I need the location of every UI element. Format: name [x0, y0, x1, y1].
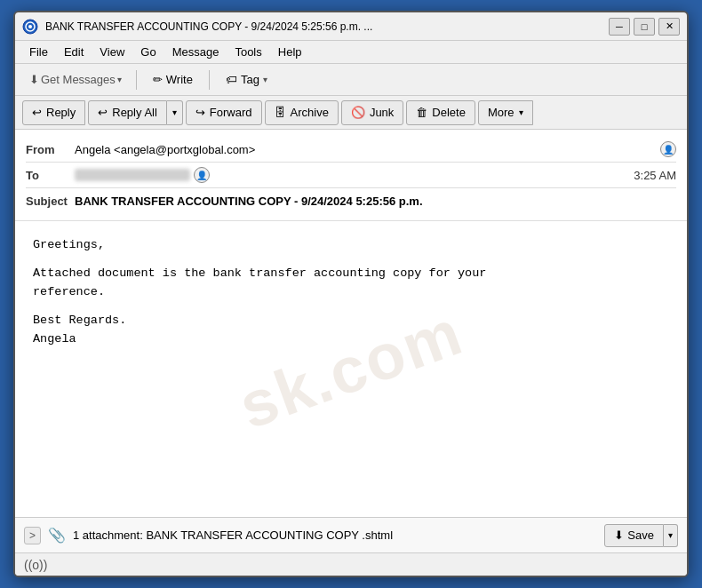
from-avatar: 👤	[660, 141, 676, 157]
to-row: To 👤 3:25 AM	[26, 163, 676, 187]
body-line5: Angela	[33, 332, 76, 346]
reply-icon: ↩	[32, 106, 42, 119]
get-messages-dropdown-icon: ▾	[117, 75, 122, 84]
tag-icon: 🏷	[226, 73, 237, 86]
minimize-button[interactable]: ─	[609, 18, 630, 36]
tag-button[interactable]: 🏷 Tag ▾	[217, 71, 276, 88]
app-icon	[22, 19, 38, 35]
to-label: To	[26, 169, 75, 182]
more-dropdown-icon: ▾	[519, 107, 523, 117]
delete-icon: 🗑	[416, 106, 427, 119]
reply-group: ↩ Reply	[22, 100, 85, 125]
write-button[interactable]: ✏ Write	[144, 71, 202, 88]
toolbar-separator-1	[136, 70, 137, 90]
action-toolbar: ↩ Reply ↩ Reply All ▾ ↪ Forward 🗄 Archiv…	[15, 96, 687, 130]
write-label: Write	[166, 73, 193, 86]
get-messages-icon: ⬇	[29, 73, 39, 86]
email-body: sk.com Greetings, Attached document is t…	[15, 221, 687, 517]
save-button[interactable]: ⬇ Save	[604, 524, 664, 547]
toolbar-separator-2	[209, 70, 210, 90]
menu-tools[interactable]: Tools	[227, 44, 268, 60]
delete-label: Delete	[432, 106, 466, 119]
reply-all-button[interactable]: ↩ Reply All	[88, 100, 167, 125]
write-icon: ✏	[153, 73, 163, 86]
svg-point-2	[28, 25, 32, 28]
forward-button[interactable]: ↪ Forward	[186, 100, 262, 125]
more-group: More ▾	[478, 100, 533, 125]
from-value: Angela <angela@portxglobal.com>	[75, 143, 657, 156]
email-window: BANK TRANSFER ACCOUNTING COPY - 9/24/202…	[13, 11, 689, 577]
from-label: From	[26, 143, 75, 156]
junk-icon: 🚫	[351, 106, 365, 119]
body-line3: reference.	[33, 285, 105, 298]
archive-icon: 🗄	[275, 106, 286, 119]
archive-label: Archive	[291, 106, 329, 119]
junk-label: Junk	[370, 106, 394, 119]
window-title: BANK TRANSFER ACCOUNTING COPY - 9/24/202…	[45, 20, 609, 33]
tag-label: Tag	[241, 73, 259, 86]
attachment-bar: > 📎 1 attachment: BANK TRANSFER ACCOUNTI…	[15, 517, 687, 552]
email-header: From Angela <angela@portxglobal.com> 👤 T…	[15, 130, 687, 221]
archive-button[interactable]: 🗄 Archive	[265, 100, 339, 125]
delete-button[interactable]: 🗑 Delete	[406, 100, 475, 125]
body-line2: Attached document is the bank transfer a…	[33, 266, 486, 280]
attachment-expand-button[interactable]: >	[24, 527, 41, 544]
watermark: sk.com	[225, 282, 477, 457]
menu-view[interactable]: View	[92, 44, 132, 60]
reply-all-group: ↩ Reply All ▾	[88, 100, 183, 125]
to-avatar: 👤	[194, 167, 210, 183]
reply-label: Reply	[46, 106, 76, 119]
forward-label: Forward	[210, 106, 252, 119]
save-group: ⬇ Save ▾	[604, 524, 678, 547]
email-time: 3:25 AM	[634, 169, 676, 182]
status-bar: ((o))	[15, 552, 687, 576]
reply-button[interactable]: ↩ Reply	[22, 100, 85, 125]
maximize-button[interactable]: □	[634, 18, 655, 36]
save-label: Save	[627, 528, 654, 542]
menu-go[interactable]: Go	[133, 44, 163, 60]
subject-row: Subject BANK TRANSFER ACCOUNTING COPY - …	[26, 188, 676, 213]
from-row: From Angela <angela@portxglobal.com> 👤	[26, 137, 676, 162]
attachment-icon: 📎	[48, 527, 66, 544]
tag-dropdown-icon: ▾	[263, 75, 267, 84]
menu-bar: File Edit View Go Message Tools Help	[15, 41, 687, 64]
menu-edit[interactable]: Edit	[57, 44, 91, 60]
window-controls: ─ □ ✕	[609, 18, 680, 36]
get-messages-label: Get Messages	[41, 73, 116, 86]
attachment-count-label: 1 attachment: BANK TRANSFER ACCOUNTING C…	[73, 528, 597, 542]
title-bar: BANK TRANSFER ACCOUNTING COPY - 9/24/202…	[15, 12, 687, 41]
get-messages-button[interactable]: ⬇ Get Messages ▾	[22, 71, 129, 88]
menu-message[interactable]: Message	[165, 44, 227, 60]
reply-all-label: Reply All	[112, 106, 157, 119]
body-content: Attached document is the bank transfer a…	[33, 264, 669, 302]
save-dropdown-button[interactable]: ▾	[664, 524, 678, 547]
close-button[interactable]: ✕	[658, 18, 680, 36]
more-label: More	[488, 106, 515, 119]
subject-value: BANK TRANSFER ACCOUNTING COPY - 9/24/202…	[75, 195, 676, 208]
reply-all-dropdown-button[interactable]: ▾	[167, 100, 183, 125]
menu-help[interactable]: Help	[271, 44, 309, 60]
subject-label: Subject	[26, 195, 75, 208]
top-toolbar: ⬇ Get Messages ▾ ✏ Write 🏷 Tag ▾	[15, 64, 687, 96]
more-button[interactable]: More ▾	[478, 100, 533, 125]
body-line4: Best Regards.	[33, 314, 126, 327]
save-icon: ⬇	[614, 528, 624, 542]
reply-all-icon: ↩	[98, 106, 108, 119]
body-signature: Best Regards. Angela	[33, 311, 669, 349]
menu-file[interactable]: File	[22, 44, 55, 60]
junk-button[interactable]: 🚫 Junk	[341, 100, 403, 125]
to-value-blurred	[75, 169, 190, 181]
body-greeting: Greetings,	[33, 235, 669, 255]
forward-icon: ↪	[195, 106, 205, 119]
status-icon: ((o))	[24, 558, 47, 572]
